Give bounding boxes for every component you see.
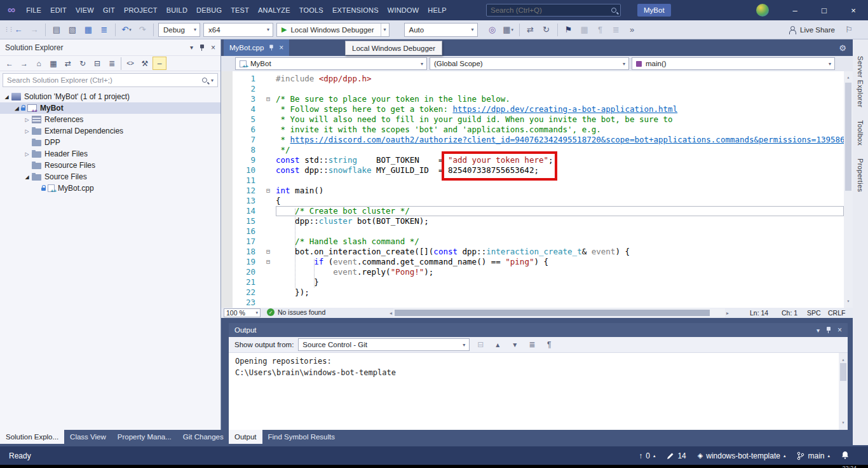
menu-test[interactable]: TEST: [226, 3, 254, 17]
tree-item-resource-files[interactable]: Resource Files: [0, 160, 220, 171]
fold-collapse-icon[interactable]: ⊟: [261, 186, 276, 196]
pending-changes-button[interactable]: 14: [667, 451, 686, 460]
menu-tools[interactable]: TOOLS: [295, 3, 328, 17]
se-sync-active-document-icon[interactable]: ⇄: [61, 57, 75, 70]
member-dropdown[interactable]: main() ▾: [632, 57, 835, 70]
se-properties-icon[interactable]: ≣: [105, 57, 119, 70]
menu-edit[interactable]: EDIT: [46, 3, 71, 17]
tree-expanded-arrow-icon[interactable]: ◢: [23, 174, 31, 180]
zoom-dropdown[interactable]: 100 % ▾: [224, 308, 261, 317]
add-item-icon[interactable]: ▧: [66, 23, 79, 37]
comment-icon[interactable]: ≣: [610, 23, 623, 37]
save-icon[interactable]: ▦: [82, 23, 95, 37]
code-editor[interactable]: 1#include <dpp/dpp.h>23⊟/* Be sure to pl…: [221, 71, 853, 308]
indent-icon[interactable]: ▦: [578, 23, 591, 37]
se-tools-icon[interactable]: ⚒: [138, 57, 152, 70]
panel-tab-solution-explo[interactable]: Solution Explo...: [0, 430, 64, 444]
scroll-up-icon[interactable]: ▴: [844, 72, 853, 83]
panel-tab-find-symbol-results[interactable]: Find Symbol Results: [262, 430, 341, 444]
code-line[interactable]: 7 * https://discord.com/oauth2/authorize…: [221, 135, 844, 145]
code-line[interactable]: 13{: [221, 196, 844, 206]
panel-tab-git-changes[interactable]: Git Changes: [177, 430, 229, 444]
menu-extensions[interactable]: EXTENSIONS: [328, 3, 383, 17]
quick-search-input[interactable]: [491, 6, 611, 14]
start-debugging-button[interactable]: ▶ Local Windows Debugger ▾: [276, 23, 390, 37]
auto-dropdown[interactable]: Auto ▾: [404, 23, 478, 37]
tree-item-header-files[interactable]: ▷Header Files: [0, 148, 220, 160]
panel-tab-output[interactable]: Output: [229, 430, 262, 444]
code-line[interactable]: 22 });: [221, 287, 844, 298]
code-line[interactable]: 19⊟ if (event.command.get_command_name()…: [221, 257, 844, 267]
scroll-right-icon[interactable]: ▸: [726, 310, 729, 316]
solution-search-box[interactable]: ▾: [3, 73, 218, 87]
toolbar-overflow-icon[interactable]: »: [626, 23, 639, 37]
tree-collapsed-arrow-icon[interactable]: ▷: [23, 117, 31, 123]
output-vertical-scrollbar[interactable]: ▴ ▾: [839, 353, 848, 430]
panel-tab-class-view[interactable]: Class View: [64, 430, 112, 444]
scroll-down-icon[interactable]: ▾: [844, 296, 853, 306]
tree-item-mybot-cpp[interactable]: MyBot.cpp: [0, 182, 220, 194]
menu-git[interactable]: GIT: [98, 3, 119, 17]
document-well-options-gear-icon[interactable]: ⚙: [839, 43, 846, 53]
scrollbar-track[interactable]: [393, 308, 725, 317]
tree-item-mybot[interactable]: ◢MyBot: [0, 102, 220, 114]
tree-item-solution-mybot-1-of-1-project[interactable]: ◢Solution 'MyBot' (1 of 1 project): [0, 91, 220, 102]
se-forward-icon[interactable]: →: [17, 57, 31, 70]
project-dropdown[interactable]: MyBot ▾: [235, 57, 427, 70]
word-wrap-icon[interactable]: ¶: [594, 23, 607, 37]
close-tab-icon[interactable]: ×: [279, 43, 283, 52]
menu-help[interactable]: HELP: [423, 3, 451, 17]
tree-collapsed-arrow-icon[interactable]: ▷: [23, 151, 31, 157]
repository-button[interactable]: ◈ windows-bot-template ▴: [698, 451, 786, 460]
word-wrap-icon[interactable]: ¶: [543, 338, 555, 351]
code-line[interactable]: 17 /* Handle slash command */: [221, 237, 844, 247]
save-all-icon[interactable]: ≣: [98, 23, 111, 37]
panel-tab-property-mana[interactable]: Property Mana...: [112, 430, 177, 444]
navigate-back-icon[interactable]: ←: [12, 23, 25, 37]
new-project-icon[interactable]: ▤: [50, 23, 63, 37]
next-message-icon[interactable]: ▾: [508, 338, 521, 351]
code-line[interactable]: 21 }: [221, 277, 844, 287]
right-tab-properties[interactable]: Properties: [857, 158, 864, 192]
sync-namespaces-icon[interactable]: ⇄: [524, 23, 537, 37]
scroll-left-icon[interactable]: ◂: [390, 310, 392, 316]
undo-icon[interactable]: ↶▾: [120, 23, 133, 37]
window-position-icon[interactable]: ▾: [190, 44, 193, 51]
menu-window[interactable]: WINDOW: [383, 3, 423, 17]
code-line[interactable]: 5 * You will also need to fill in your g…: [221, 114, 844, 125]
tree-item-dpp[interactable]: DPP: [0, 137, 220, 148]
code-line[interactable]: 2: [221, 84, 844, 94]
maximize-button[interactable]: □: [810, 0, 839, 20]
bookmark-icon[interactable]: ⚑: [562, 23, 575, 37]
code-line[interactable]: 12⊟int main(): [221, 186, 844, 196]
se-code-view-icon[interactable]: <>: [123, 57, 137, 70]
scroll-down-icon[interactable]: ▾: [839, 417, 848, 429]
editor-vertical-scrollbar[interactable]: ▴ ▾: [844, 71, 853, 308]
document-tab-mybot-cpp[interactable]: MyBot.cpp ×: [224, 39, 289, 56]
menu-analyze[interactable]: ANALYZE: [254, 3, 295, 17]
platform-dropdown[interactable]: x64 ▾: [203, 23, 273, 37]
search-options-icon[interactable]: ▾: [211, 78, 214, 83]
menu-file[interactable]: FILE: [22, 3, 46, 17]
tree-item-references[interactable]: ▷References: [0, 114, 220, 125]
quick-search-box[interactable]: [486, 4, 621, 17]
tree-expanded-arrow-icon[interactable]: ◢: [13, 106, 21, 111]
se-switch-views-icon[interactable]: ▦: [46, 57, 60, 70]
tree-expanded-arrow-icon[interactable]: ◢: [3, 94, 11, 100]
outgoing-commits-button[interactable]: ↑ 0 ▴: [639, 451, 655, 460]
scope-dropdown[interactable]: (Global Scope) ▾: [430, 57, 629, 70]
branch-button[interactable]: main ▴: [797, 451, 830, 460]
code-line[interactable]: 15 dpp::cluster bot(BOT_TOKEN);: [221, 216, 844, 226]
scrollbar-thumb[interactable]: [395, 310, 710, 316]
window-position-icon[interactable]: ▾: [817, 327, 820, 334]
clear-all-icon[interactable]: ≣: [526, 338, 538, 351]
fold-collapse-icon[interactable]: ⊟: [261, 94, 276, 104]
fold-collapse-icon[interactable]: ⊟: [261, 247, 276, 257]
redo-icon[interactable]: ↷: [136, 23, 149, 37]
tree-collapsed-arrow-icon[interactable]: ▷: [23, 128, 31, 134]
menu-debug[interactable]: DEBUG: [192, 3, 226, 17]
code-line[interactable]: 20 event.reply("Pong!");: [221, 267, 844, 277]
navigate-forward-icon[interactable]: →: [28, 23, 41, 37]
code-line[interactable]: 4 * Follow steps here to get a token: ht…: [221, 104, 844, 114]
code-line[interactable]: 1#include <dpp/dpp.h>: [221, 74, 844, 84]
